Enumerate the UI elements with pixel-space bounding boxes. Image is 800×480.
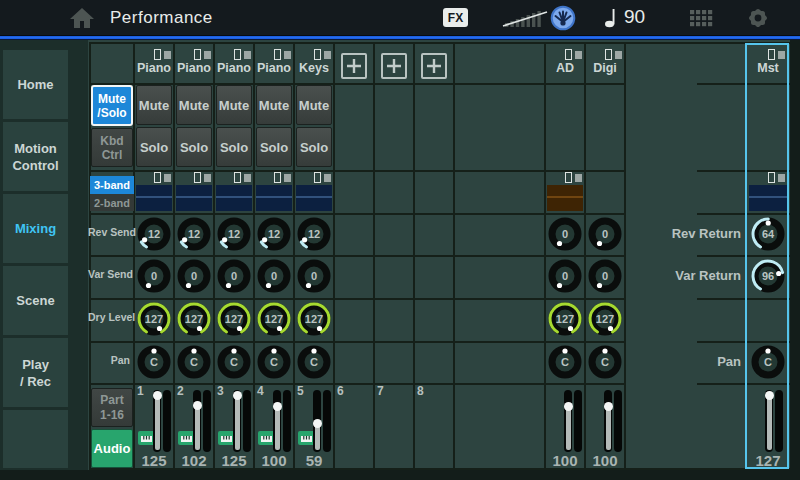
volume-fader-handle[interactable] — [193, 401, 202, 410]
header-divider — [0, 35, 800, 40]
sidebar-item-home[interactable]: Home — [3, 50, 68, 119]
dry-level-knob[interactable]: 127 — [587, 301, 623, 337]
pan-knob[interactable]: C — [176, 344, 212, 380]
master-volume-fader-handle[interactable] — [765, 391, 774, 400]
fx-badge[interactable]: FX — [443, 8, 468, 27]
rev-send-knob[interactable]: 12 — [256, 216, 292, 252]
audio-button[interactable]: Audio — [91, 429, 133, 468]
volume-fader-handle[interactable] — [604, 402, 613, 411]
sidebar-item-scene[interactable]: Scene — [3, 266, 68, 335]
solo-button[interactable]: Solo — [216, 127, 252, 167]
part-range-button[interactable]: Part1-16 — [91, 388, 133, 427]
sidebar-item-play-rec[interactable]: Play/ Rec — [3, 338, 68, 407]
solo-button[interactable]: Solo — [256, 127, 292, 167]
part-name[interactable]: Piano — [134, 61, 174, 77]
rev-send-knob[interactable]: 12 — [136, 216, 172, 252]
row-label-dry: Dry Level — [88, 311, 130, 327]
var-return-knob[interactable]: 96 — [750, 258, 786, 294]
pan-knob[interactable]: C — [256, 344, 292, 380]
var-send-knob[interactable]: 0 — [256, 258, 292, 294]
grid-line — [90, 213, 625, 215]
arpeggio-off-icon[interactable] — [502, 8, 548, 28]
add-part-button[interactable] — [381, 53, 407, 79]
solo-button[interactable]: Solo — [136, 127, 172, 167]
volume-fader-handle[interactable] — [313, 419, 322, 428]
pan-knob[interactable]: C — [216, 344, 252, 380]
svg-text:C: C — [150, 356, 158, 368]
dry-level-knob[interactable]: 127 — [176, 301, 212, 337]
rev-send-knob[interactable]: 12 — [176, 216, 212, 252]
eq-display[interactable] — [296, 185, 332, 211]
row-label-rev-return: Rev Return — [601, 226, 741, 242]
grid-line — [697, 298, 790, 300]
dry-level-knob[interactable]: 127 — [256, 301, 292, 337]
mute-button[interactable]: Mute — [216, 85, 252, 125]
volume-fader-handle[interactable] — [233, 391, 242, 400]
svg-text:0: 0 — [562, 270, 568, 282]
rev-send-knob[interactable]: 0 — [547, 216, 583, 252]
add-part-button[interactable] — [421, 53, 447, 79]
pan-knob[interactable]: C — [547, 344, 583, 380]
eq-display[interactable] — [256, 185, 292, 211]
part-name[interactable]: Piano — [214, 61, 254, 77]
solo-button[interactable]: Solo — [296, 127, 332, 167]
var-send-knob[interactable]: 0 — [136, 258, 172, 294]
dry-level-knob[interactable]: 127 — [547, 301, 583, 337]
mute-button[interactable]: Mute — [256, 85, 292, 125]
var-send-knob[interactable]: 0 — [176, 258, 212, 294]
master-eq-display[interactable] — [749, 185, 787, 211]
settings-gear-icon[interactable] — [747, 7, 769, 29]
rev-send-knob[interactable]: 12 — [216, 216, 252, 252]
master-pan-knob[interactable]: C — [750, 344, 786, 380]
mute-solo-selector[interactable]: Mute/Solo — [91, 85, 133, 126]
aux-name[interactable]: AD — [545, 61, 585, 77]
volume-fader-handle[interactable] — [564, 402, 573, 411]
midi-local-icon[interactable] — [550, 5, 576, 31]
dry-level-knob[interactable]: 127 — [216, 301, 252, 337]
sidebar-item-mixing[interactable]: Mixing — [3, 194, 68, 263]
pan-knob[interactable]: C — [296, 344, 332, 380]
volume-fader-meter — [323, 390, 331, 452]
part-name[interactable]: Piano — [254, 61, 294, 77]
aux-name[interactable]: Digi — [585, 61, 625, 77]
var-send-knob[interactable]: 0 — [296, 258, 332, 294]
volume-value: 102 — [176, 452, 212, 468]
svg-text:0: 0 — [151, 270, 157, 282]
eq-3band-button[interactable]: 3-band — [90, 176, 134, 194]
eq-display[interactable] — [216, 185, 252, 211]
volume-fader-handle[interactable] — [273, 402, 282, 411]
var-send-knob[interactable]: 0 — [547, 258, 583, 294]
solo-button[interactable]: Solo — [176, 127, 212, 167]
svg-text:12: 12 — [228, 228, 240, 240]
eq-icon — [234, 172, 252, 183]
add-part-button[interactable] — [341, 53, 367, 79]
master-name[interactable]: Mst — [746, 61, 790, 77]
eq-display[interactable] — [176, 185, 212, 211]
volume-fader-handle[interactable] — [153, 391, 162, 400]
quarter-note-icon[interactable] — [604, 8, 618, 28]
eq-2band-button[interactable]: 2-band — [90, 194, 134, 211]
part-name[interactable]: Keys — [294, 61, 334, 77]
grid-line — [90, 383, 625, 385]
svg-text:127: 127 — [556, 313, 574, 325]
dry-level-knob[interactable]: 127 — [136, 301, 172, 337]
mute-button[interactable]: Mute — [136, 85, 172, 125]
svg-text:0: 0 — [562, 228, 568, 240]
sidebar-item-motion-control[interactable]: MotionControl — [3, 122, 68, 191]
eq-display[interactable] — [136, 185, 172, 211]
rev-return-knob[interactable]: 64 — [750, 216, 786, 252]
part-name[interactable]: Piano — [174, 61, 214, 77]
row-label-var: Var Send — [88, 268, 130, 284]
mute-button[interactable]: Mute — [176, 85, 212, 125]
var-send-knob[interactable]: 0 — [216, 258, 252, 294]
kbd-ctrl-selector[interactable]: KbdCtrl — [91, 128, 133, 167]
rev-send-knob[interactable]: 12 — [296, 216, 332, 252]
dry-level-knob[interactable]: 127 — [296, 301, 332, 337]
eq-display[interactable] — [547, 185, 583, 211]
home-icon[interactable] — [68, 6, 96, 30]
mute-button[interactable]: Mute — [296, 85, 332, 125]
pad-grid-icon[interactable] — [690, 10, 714, 27]
grid-line — [697, 213, 790, 215]
tempo-value[interactable]: 90 — [624, 6, 645, 28]
pan-knob[interactable]: C — [136, 344, 172, 380]
